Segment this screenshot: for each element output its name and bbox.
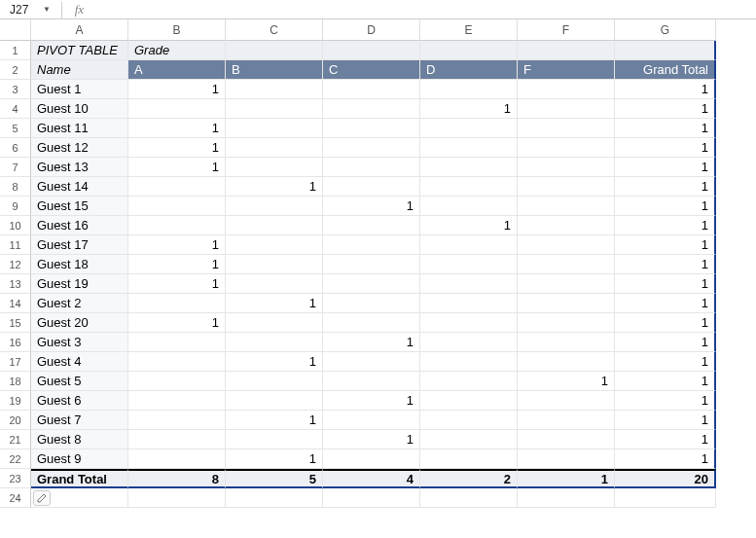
- cell-data[interactable]: [226, 119, 323, 138]
- cell-data[interactable]: [226, 197, 323, 216]
- row-header-15[interactable]: 15: [0, 313, 31, 333]
- cell-data[interactable]: [128, 333, 226, 352]
- row-header-12[interactable]: 12: [0, 255, 31, 274]
- cell-data[interactable]: 1: [226, 352, 323, 372]
- cell-data[interactable]: 1: [226, 411, 323, 430]
- cell-data[interactable]: [226, 158, 323, 177]
- cell-data[interactable]: [323, 313, 420, 333]
- cell-data[interactable]: [226, 138, 323, 158]
- row-header-3[interactable]: 3: [0, 80, 31, 99]
- cell-data[interactable]: [128, 216, 226, 235]
- row-header-1[interactable]: 1: [0, 41, 31, 60]
- cell-data[interactable]: [518, 99, 615, 119]
- cell-data[interactable]: [420, 372, 518, 391]
- row-header-10[interactable]: 10: [0, 216, 31, 235]
- row-header-8[interactable]: 8: [0, 177, 31, 197]
- cell-data[interactable]: [226, 333, 323, 352]
- cell-data[interactable]: [420, 197, 518, 216]
- cell-data[interactable]: [420, 177, 518, 197]
- cell-data[interactable]: 1: [226, 294, 323, 313]
- chevron-down-icon[interactable]: ▼: [43, 5, 51, 14]
- cell-data[interactable]: [518, 333, 615, 352]
- cell-r1-c4[interactable]: [420, 41, 518, 60]
- cell-data[interactable]: 1: [128, 255, 226, 274]
- cell-data[interactable]: [518, 449, 615, 469]
- cell-data[interactable]: 1: [226, 449, 323, 469]
- cell-data[interactable]: [323, 352, 420, 372]
- cell-data[interactable]: [128, 177, 226, 197]
- row-header-4[interactable]: 4: [0, 99, 31, 119]
- cell-r24-c4[interactable]: [420, 488, 518, 508]
- cell-data[interactable]: [226, 99, 323, 119]
- cell-data[interactable]: [128, 372, 226, 391]
- column-header-B[interactable]: B: [128, 19, 226, 41]
- cell-data[interactable]: [323, 138, 420, 158]
- cell-data[interactable]: [518, 119, 615, 138]
- row-header-24[interactable]: 24: [0, 488, 31, 508]
- cell-r24-c1[interactable]: [128, 488, 226, 508]
- cell-data[interactable]: 1: [323, 197, 420, 216]
- cell-data[interactable]: [323, 449, 420, 469]
- spreadsheet-grid[interactable]: ABCDEFG1PIVOT TABLEGrade2NameABCDFGrand …: [0, 19, 756, 508]
- cell-data[interactable]: 1: [226, 177, 323, 197]
- cell-data[interactable]: [518, 80, 615, 99]
- cell-data[interactable]: [128, 99, 226, 119]
- cell-data[interactable]: 1: [128, 313, 226, 333]
- cell-data[interactable]: [420, 333, 518, 352]
- cell-data[interactable]: [323, 99, 420, 119]
- cell-r24-c6[interactable]: [615, 488, 716, 508]
- cell-data[interactable]: [518, 255, 615, 274]
- cell-data[interactable]: 1: [420, 216, 518, 235]
- cell-data[interactable]: [420, 313, 518, 333]
- cell-data[interactable]: [518, 158, 615, 177]
- row-header-18[interactable]: 18: [0, 372, 31, 391]
- row-header-7[interactable]: 7: [0, 158, 31, 177]
- cell-data[interactable]: 1: [128, 80, 226, 99]
- row-header-23[interactable]: 23: [0, 469, 31, 488]
- cell-data[interactable]: [323, 294, 420, 313]
- cell-data[interactable]: [323, 119, 420, 138]
- cell-data[interactable]: [518, 430, 615, 449]
- cell-data[interactable]: [226, 216, 323, 235]
- cell-data[interactable]: [518, 274, 615, 294]
- row-header-16[interactable]: 16: [0, 333, 31, 352]
- cell-data[interactable]: [518, 411, 615, 430]
- cell-data[interactable]: [420, 411, 518, 430]
- cell-data[interactable]: 1: [128, 158, 226, 177]
- cell-data[interactable]: [518, 177, 615, 197]
- cell-data[interactable]: [323, 274, 420, 294]
- cell-data[interactable]: [420, 294, 518, 313]
- cell-data[interactable]: [518, 235, 615, 255]
- row-header-9[interactable]: 9: [0, 197, 31, 216]
- cell-r24-c2[interactable]: [226, 488, 323, 508]
- cell-data[interactable]: 1: [420, 99, 518, 119]
- column-header-G[interactable]: G: [615, 19, 716, 41]
- cell-data[interactable]: [226, 372, 323, 391]
- cell-data[interactable]: [420, 352, 518, 372]
- cell-data[interactable]: [518, 216, 615, 235]
- cell-data[interactable]: [518, 391, 615, 411]
- row-header-6[interactable]: 6: [0, 138, 31, 158]
- cell-r1-c3[interactable]: [323, 41, 420, 60]
- cell-data[interactable]: [128, 294, 226, 313]
- cell-data[interactable]: [420, 274, 518, 294]
- column-header-C[interactable]: C: [226, 19, 323, 41]
- cell-data[interactable]: [226, 313, 323, 333]
- cell-data[interactable]: [420, 80, 518, 99]
- cell-data[interactable]: [420, 158, 518, 177]
- cell-data[interactable]: [518, 294, 615, 313]
- cell-data[interactable]: [420, 119, 518, 138]
- cell-data[interactable]: [323, 255, 420, 274]
- cell-data[interactable]: 1: [128, 274, 226, 294]
- name-box[interactable]: J27 ▼: [6, 3, 54, 17]
- cell-data[interactable]: [420, 391, 518, 411]
- cell-data[interactable]: [518, 197, 615, 216]
- cell-data[interactable]: [128, 411, 226, 430]
- cell-data[interactable]: [128, 352, 226, 372]
- row-header-5[interactable]: 5: [0, 119, 31, 138]
- row-header-22[interactable]: 22: [0, 449, 31, 469]
- cell-r1-c5[interactable]: [518, 41, 615, 60]
- cell-data[interactable]: [420, 430, 518, 449]
- cell-data[interactable]: [226, 235, 323, 255]
- cell-data[interactable]: [420, 138, 518, 158]
